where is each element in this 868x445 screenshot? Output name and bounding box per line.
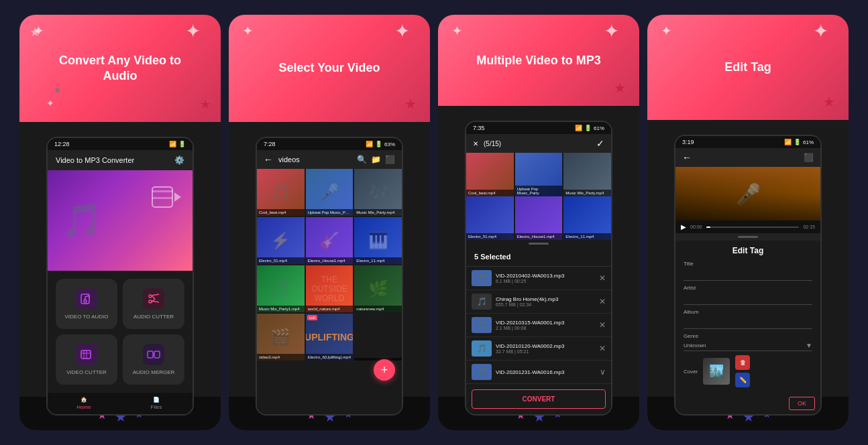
grid-thumb-6[interactable]: Electro_11.mp4 — [563, 196, 611, 240]
phone1-hero: 🎵 — [48, 170, 193, 271]
sparkle4-tl: ✦ — [661, 23, 672, 39]
video-thumb-4[interactable]: ⚡ Electro_51.mp4 — [257, 217, 305, 264]
card-select-video: ✦ ✦ ★ Select Your Video ★ ★ ★ 7:28 📶 🔋 — [229, 15, 430, 430]
selected-item-5[interactable]: 🎵 VID-20201231-WA0016.mp3 ∨ — [466, 361, 611, 384]
remove-file3-icon[interactable]: ✕ — [599, 320, 606, 330]
card1-title: Convert Any Video to Audio — [30, 53, 210, 84]
field-title-input[interactable] — [684, 271, 812, 281]
menu-audio-cutter[interactable]: AUDIO CUTTER — [123, 279, 184, 329]
file2-meta: 655.7 MB | 02:34 — [496, 302, 595, 307]
menu-audio-merger[interactable]: AUDIO MERGER — [123, 334, 184, 385]
phone1-menu-grid: VIDEO TO AUDIO — [48, 271, 193, 393]
close-icon[interactable]: ✕ — [473, 140, 478, 147]
cover-label: Cover — [684, 369, 698, 375]
menu-video-to-audio[interactable]: VIDEO TO AUDIO — [56, 279, 117, 329]
video-thumb-7[interactable]: 🎵 Music Mix_Party1.mp4 — [257, 265, 305, 312]
video-thumb-3[interactable]: 🎶 Music Mix_Party.mp4 — [354, 169, 402, 216]
delete-cover-button[interactable]: 🗑 — [735, 355, 750, 370]
phone3-bottom-grid: Electro_51.mp4 Electro_House1.mp4 Electr… — [466, 196, 611, 240]
field-artist-input[interactable] — [684, 296, 812, 305]
cover-actions: 🗑 ✏️ — [735, 355, 750, 387]
phone2-statusbar: 7:28 📶 🔋 63% — [257, 138, 402, 150]
selected-list: 🎵 VID-20210402-WA0013.mp3 6.1 MB | 00:25… — [466, 267, 611, 384]
selected-item-2[interactable]: 🎵 Chirag Bro Home(4k).mp3 655.7 MB | 02:… — [466, 290, 611, 314]
settings-icon[interactable]: ⚙️ — [174, 155, 184, 165]
back-icon[interactable]: ← — [264, 154, 273, 165]
back4-icon[interactable]: ← — [682, 152, 692, 163]
edit-cover-button[interactable]: ✏️ — [735, 373, 750, 387]
remove-file4-icon[interactable]: ✕ — [599, 344, 606, 353]
selected-item-3[interactable]: 🎵 VID-20210315-WA0001.mp3 2.1 MB | 00:08… — [466, 314, 611, 337]
edit-tag-form: Edit Tag Title Artist Album — [675, 241, 820, 393]
audio-end: 02:15 — [803, 225, 815, 229]
phone4-statusbar: 3:19 📶 🔋 61% — [675, 136, 820, 148]
selected-item-4[interactable]: 🎵 VID-20210120-WA0002.mp3 32.7 MB | 05:2… — [466, 337, 611, 361]
menu-video-cutter[interactable]: VIDEO CUTTER — [56, 334, 117, 385]
phone4-screen: 3:19 📶 🔋 61% ← ⬛ — [675, 136, 820, 414]
card-multiple-video: ✦ ✦ ★ Multiple Video to MP3 ★ ★ ★ 7:35 📶… — [438, 15, 639, 430]
grid-thumb-5[interactable]: Electro_House1.mp4 — [515, 196, 563, 240]
grid-thumb-1[interactable]: Cool_beat.mp4 — [466, 153, 514, 196]
expand-file5-icon[interactable]: ∨ — [600, 367, 606, 377]
file5-name: VID-20201231-WA0016.mp3 — [496, 369, 596, 375]
video-thumb-11[interactable]: UPLIFTING sub Electro_6(Uplifting).mp4 — [306, 314, 354, 361]
card1-header: ✦ ✦ ✦ ★ ★ ★ Convert Any Video to Audio — [19, 15, 221, 122]
card4-header: ✦ ✦ ★ Edit Tag — [647, 15, 849, 120]
video-thumb-1[interactable]: 🎵 Cool_beat.mp4 — [257, 169, 305, 216]
phone3-statusbar: 7:35 📶 🔋 61% — [466, 122, 611, 134]
nav-home[interactable]: 🏠 Home — [48, 397, 120, 410]
phone1: 12:28 📶 🔋 Video to MP3 Converter ⚙️ 🎵 — [46, 137, 194, 416]
video-thumb-10[interactable]: 🎬 video3.mp4 — [257, 314, 305, 361]
play-icon[interactable]: ▶ — [681, 223, 686, 231]
edit-icon: ✏️ — [739, 377, 747, 383]
genre-select[interactable]: Unknown ▼ — [684, 340, 812, 351]
phone3-time: 7:35 — [473, 125, 485, 131]
svg-rect-19 — [148, 351, 153, 358]
more-icon[interactable]: ⬛ — [385, 155, 395, 164]
folder-icon[interactable]: 📁 — [371, 155, 381, 164]
remove-file1-icon[interactable]: ✕ — [599, 273, 606, 283]
convert-button[interactable]: CONVERT — [472, 389, 606, 409]
field-album-input[interactable] — [684, 320, 812, 329]
video-thumb-12[interactable] — [354, 314, 402, 361]
ok-button[interactable]: OK — [789, 397, 815, 410]
video-thumb-8[interactable]: THE OUTSIDE WORLD world_nature.mp4 — [306, 265, 354, 312]
more4-icon[interactable]: ⬛ — [804, 153, 814, 162]
svg-rect-15 — [81, 351, 91, 359]
star3-br: ★ — [614, 80, 626, 96]
video-thumb-2[interactable]: 🎤 Upbeat Pop Music_Party — [306, 169, 354, 216]
menu-label-vc: VIDEO CUTTER — [66, 369, 107, 375]
remove-file2-icon[interactable]: ✕ — [599, 297, 606, 306]
audio-controls: ▶ 00:00 02:15 — [675, 220, 820, 233]
card-convert-video: ✦ ✦ ✦ ★ ★ ★ Convert Any Video to Audio ★… — [19, 15, 221, 430]
fab-convert-button[interactable]: + — [374, 359, 395, 381]
phone3-selected-panel: 5 Selected 🎵 VID-20210402-WA0013.mp3 6.1… — [466, 247, 611, 414]
video-thumb-6[interactable]: 🎹 Electro_11.mp4 — [354, 217, 402, 264]
selection-count: (5/15) — [484, 140, 596, 147]
grid-thumb-2[interactable]: Upbeat Pop Music_Party — [515, 153, 563, 196]
star-br: ★ — [200, 97, 211, 112]
grid-thumb-3[interactable]: Music Mix_Party.mp4 — [563, 153, 611, 196]
phone1-toolbar: Video to MP3 Converter ⚙️ — [48, 150, 193, 170]
check-icon[interactable]: ✓ — [596, 138, 604, 149]
nav-files-label: Files — [151, 404, 162, 410]
cover-section: Cover 🏙️ 🗑 ✏️ — [684, 355, 812, 387]
field-artist: Artist — [684, 285, 812, 305]
selected-count-header: 5 Selected — [466, 247, 611, 267]
genre-value: Unknown — [684, 342, 706, 348]
card4-body: ★ ★ ★ 3:19 📶 🔋 61% ← — [647, 120, 849, 430]
progress-fill — [706, 227, 711, 228]
search-icon[interactable]: 🔍 — [357, 155, 367, 164]
sparkle-bl: ✦ — [46, 98, 54, 109]
video-thumb-9[interactable]: 🌿 naturenew.mp4 — [354, 265, 402, 312]
phone4-time: 3:19 — [682, 139, 694, 145]
nav-files[interactable]: 📄 Files — [120, 397, 193, 410]
cover-preview: 🏙️ — [703, 358, 730, 385]
file3-meta: 2.1 MB | 00:08 — [496, 326, 595, 330]
selected-item-1[interactable]: 🎵 VID-20210402-WA0013.mp3 6.1 MB | 00:25… — [466, 267, 611, 290]
progress-bar[interactable] — [706, 227, 800, 228]
phone1-appname: Video to MP3 Converter — [56, 156, 134, 164]
video-thumb-5[interactable]: 🎸 Electro_House1.mp4 — [306, 217, 354, 264]
grid-thumb-4[interactable]: Electro_51.mp4 — [466, 196, 514, 240]
phone3: 7:35 📶 🔋 61% ✕ (5/15) ✓ — [465, 121, 612, 416]
